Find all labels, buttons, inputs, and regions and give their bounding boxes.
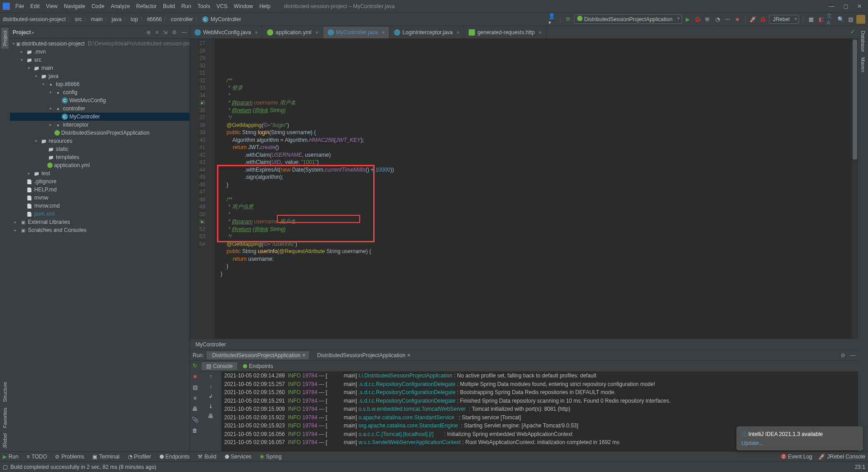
tree-node[interactable]: HELP.md [10,186,190,194]
close-icon[interactable]: ✕ [857,3,862,9]
services-tool-button[interactable]: ⬣ Services [225,454,252,460]
maven-tab[interactable]: Maven [859,54,867,75]
run-tab-1[interactable]: DistributedSessionProjectApplication× [312,351,414,359]
hide-icon[interactable]: — [181,29,187,36]
run-attach-icon[interactable]: 📎 [192,417,199,423]
tree-node[interactable]: .gitignore [10,177,190,186]
inspection-ok-icon[interactable]: ✓ [850,28,855,35]
menu-file[interactable]: File [13,2,27,10]
cursor-position[interactable]: 23:1 [855,464,865,470]
run-tool-button[interactable]: ▶Run [3,454,18,460]
profiler-tool-button[interactable]: ◔ Profiler [128,454,151,460]
stop-icon[interactable]: ■ [733,15,741,23]
menu-analyze[interactable]: Analyze [108,2,133,10]
status-indicator-icon[interactable]: ▢ [3,464,8,470]
tree-node[interactable]: distributed-session-projectD:\Develop\Id… [10,40,190,48]
flatten-icon[interactable]: ≡ [155,29,158,36]
menu-navigate[interactable]: Navigate [61,2,88,10]
menu-vcs[interactable]: VCS [214,2,231,10]
tree-node[interactable]: DistributedSessionProjectApplication [10,129,190,137]
clear-icon[interactable]: 🖶 [208,413,213,419]
more-run-icon[interactable]: ⋯ [723,15,732,23]
tree-node[interactable]: mvnw.cmd [10,202,190,210]
run-stop-icon[interactable]: ■ [193,373,196,380]
minimize-icon[interactable]: — [829,3,834,9]
tree-node[interactable]: .mvn [10,48,190,56]
translate-icon[interactable]: 文A [827,15,835,23]
editor-tab[interactable]: application.yml× [262,27,323,38]
tree-node[interactable]: External Libraries [10,218,190,226]
tree-node[interactable]: application.yml [10,161,190,169]
menu-build[interactable]: Build [160,2,178,10]
jrebel-rocket-icon[interactable]: 🚀 [749,15,757,23]
gear-icon[interactable]: ⚙ [172,29,177,36]
coverage-icon[interactable]: ⛨ [704,15,712,23]
tree-node[interactable]: java [10,72,190,80]
tree-node[interactable]: static [10,145,190,153]
problems-tool-button[interactable]: ⊘ Problems [55,454,84,460]
soft-wrap-icon[interactable]: ↲ [208,393,213,399]
settings-icon[interactable]: ▤ [846,15,854,23]
jrebel-debug-icon[interactable]: 🐞 [759,15,767,23]
run-trash-icon[interactable]: 🗑 [192,427,198,434]
tree-node[interactable]: mvnw [10,194,190,202]
user-icon[interactable]: 👤▾ [548,15,556,23]
maximize-icon[interactable]: ▢ [843,3,848,9]
editor-scrollbar[interactable] [852,39,858,339]
tree-node[interactable]: test [10,169,190,177]
project-tree[interactable]: distributed-session-projectD:\Develop\Id… [10,39,190,451]
run-pin-icon[interactable]: ≡ [193,395,196,401]
scroll-end-icon[interactable]: ⤓ [208,403,213,409]
favorites-tab[interactable]: Favorites [1,405,9,431]
run-tab-0[interactable]: DistributedSessionProjectApplication× [207,351,309,359]
project-tab[interactable]: Project [1,28,9,49]
database-tab[interactable]: Database [859,28,867,54]
avatar-icon[interactable] [856,15,865,24]
endpoints-subtab[interactable]: ⬢ Endpoints [238,362,277,370]
tree-node[interactable]: interceptor [10,121,190,129]
console-subtab[interactable]: ▤ Console [202,362,237,370]
tree-node[interactable]: controller [10,104,190,113]
rerun-icon[interactable]: ↻ [193,363,197,369]
tree-node[interactable]: MyController [10,113,190,121]
jrebel-tab[interactable]: JRebel [1,431,9,451]
search-icon[interactable]: 🔍 [836,15,845,23]
target-icon[interactable]: ⊕ [146,29,151,36]
tree-node[interactable]: resources [10,137,190,145]
menu-window[interactable]: Window [231,2,256,10]
tree-node[interactable]: src [10,56,190,64]
run-layout-icon[interactable]: ▤ [193,384,198,390]
tree-node[interactable]: WebMvcConfig [10,96,190,104]
editor-tab[interactable]: WebMvcConfig.java× [190,27,262,38]
menu-tools[interactable]: Tools [195,2,213,10]
hammer-icon[interactable]: ⚒ [564,15,572,23]
menu-refactor[interactable]: Refactor [134,2,159,10]
menu-edit[interactable]: Edit [27,2,42,10]
editor-tab[interactable]: MyController.java× [323,27,390,38]
jrebel-console-button[interactable]: 🚀 JRebel Console [818,454,865,460]
tree-node[interactable]: main [10,64,190,72]
project-panel-title[interactable]: Project [13,29,34,36]
tree-node[interactable]: config [10,88,190,96]
editor-crumb-bar[interactable]: MyController [190,339,858,349]
tree-node[interactable]: Scratches and Consoles [10,226,190,234]
event-log-button[interactable]: 2 Event Log [781,454,813,460]
profile-icon[interactable]: ◔ [714,15,722,23]
menu-code[interactable]: Code [89,2,107,10]
build-tool-button[interactable]: ⚒ Build [198,454,217,460]
debug-icon[interactable]: 🐞 [694,15,702,23]
tree-node[interactable]: templates [10,153,190,161]
endpoints-tool-button[interactable]: ⬢ Endpoints [159,454,190,460]
toolbar-icon-1[interactable]: ▦ [807,15,815,23]
run-icon[interactable]: ▶ [684,15,692,23]
run-configuration-selector[interactable]: DistributedSessionProjectApplication [574,14,682,24]
run-settings-icon[interactable]: ⚙ [841,352,845,359]
jrebel-selector[interactable]: JRebel [769,15,799,24]
structure-tab[interactable]: Structure [1,379,9,405]
terminal-tool-button[interactable]: ▣ Terminal [92,454,119,460]
menu-run[interactable]: Run [179,2,194,10]
todo-tool-button[interactable]: ≡ TODO [27,454,47,460]
scroll-up-icon[interactable]: ↑ [209,373,212,380]
run-hide-icon[interactable]: — [850,352,855,359]
notification-balloon[interactable]: ⓘ IntelliJ IDEA 2021.1.3 available Updat… [737,427,863,450]
